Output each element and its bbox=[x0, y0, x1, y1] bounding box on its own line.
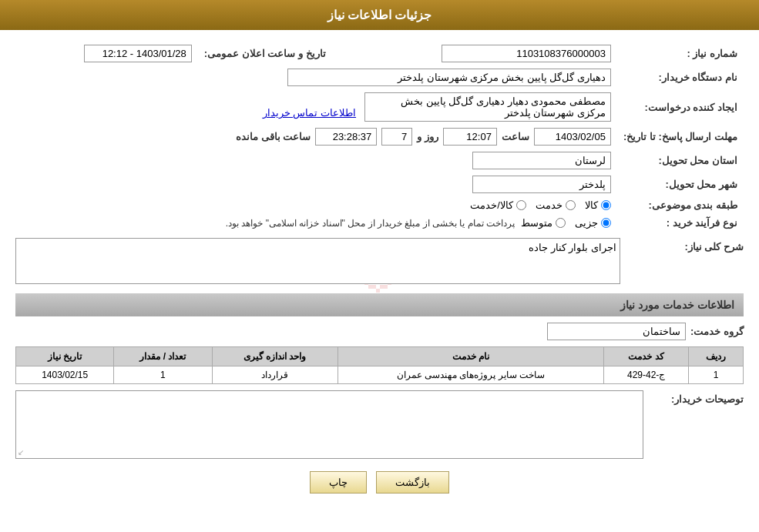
col-code: کد خدمت bbox=[604, 347, 689, 366]
creator-value: مصطفی محمودی دهیار دهیاری گل‌گل پایین بخ… bbox=[364, 92, 611, 122]
date-value-cell: 1403/01/28 - 12:12 bbox=[15, 42, 198, 65]
subject-both-radio[interactable] bbox=[516, 200, 526, 210]
print-button[interactable]: چاپ bbox=[310, 471, 367, 494]
cell-1: ج-42-429 bbox=[604, 366, 689, 384]
process-motavasset-radio[interactable] bbox=[556, 218, 566, 228]
delivery-city-label: شهر محل تحویل: bbox=[617, 172, 744, 196]
delivery-province-value: لرستان bbox=[472, 152, 611, 169]
button-group: بازگشت چاپ bbox=[15, 471, 744, 494]
col-qty: تعداد / مقدار bbox=[114, 347, 212, 366]
date-value: 1403/01/28 - 12:12 bbox=[84, 45, 192, 62]
subject-label: طبقه بندی موضوعی: bbox=[617, 196, 744, 214]
top-info-table: شماره نیاز : 1103108376000003 تاریخ و سا… bbox=[15, 42, 744, 232]
buyer-station-label: نام دستگاه خریدار: bbox=[617, 65, 744, 89]
delivery-city-value-cell: پلدختر bbox=[15, 172, 617, 196]
date-label: تاریخ و ساعت اعلان عمومی: bbox=[198, 42, 341, 65]
need-number-label: شماره نیاز : bbox=[617, 42, 744, 65]
services-section-header: اطلاعات خدمات مورد نیاز bbox=[15, 293, 744, 316]
process-jozii-radio[interactable] bbox=[601, 218, 611, 228]
cell-3: قرارداد bbox=[212, 366, 338, 384]
response-time-label: ساعت bbox=[502, 131, 529, 142]
cell-0: 1 bbox=[688, 366, 743, 384]
creator-value-cell: مصطفی محمودی دهیار دهیاری گل‌گل پایین بخ… bbox=[15, 89, 617, 125]
subject-both-option[interactable]: کالا/خدمت bbox=[470, 199, 526, 211]
response-day-label: روز و bbox=[417, 131, 438, 142]
subject-khedmat-label: خدمت bbox=[536, 199, 563, 211]
subject-both-label: کالا/خدمت bbox=[470, 199, 513, 211]
need-description-label: شرح کلی نیاز: bbox=[628, 238, 744, 253]
response-deadline-label: مهلت ارسال پاسخ: تا تاریخ: bbox=[617, 125, 744, 149]
remaining-label: ساعت باقی مانده bbox=[236, 131, 311, 142]
delivery-province-value-cell: لرستان bbox=[15, 149, 617, 172]
need-description-box: اجرای بلوار کنار جاده bbox=[15, 238, 620, 284]
delivery-province-label: استان محل تحویل: bbox=[617, 149, 744, 172]
subject-kala-radio[interactable] bbox=[601, 200, 611, 210]
subject-kala-label: کالا bbox=[585, 199, 598, 211]
subject-kala-option[interactable]: کالا bbox=[585, 199, 611, 211]
services-table: ردیف کد خدمت نام خدمت واحد اندازه گیری ت… bbox=[15, 346, 744, 384]
creator-label: ایجاد کننده درخواست: bbox=[617, 89, 744, 125]
subject-khedmat-radio[interactable] bbox=[566, 200, 576, 210]
buyer-desc-textarea[interactable] bbox=[19, 394, 640, 453]
need-number-value-cell: 1103108376000003 bbox=[341, 42, 617, 65]
cell-4: 1 bbox=[114, 366, 212, 384]
process-motavasset-label: متوسط bbox=[521, 217, 552, 229]
remaining-time: 23:28:37 bbox=[315, 128, 377, 146]
page-title: جزئیات اطلاعات نیاز bbox=[327, 8, 432, 22]
service-group-value: ساختمان bbox=[547, 323, 686, 340]
cell-5: 1403/02/15 bbox=[16, 366, 114, 384]
process-motavasset-option[interactable]: متوسط bbox=[521, 217, 566, 229]
response-deadline-row: 1403/02/05 ساعت 12:07 روز و 7 23:28:37 س… bbox=[15, 125, 617, 149]
process-jozii-option[interactable]: جزیی bbox=[575, 217, 611, 229]
page-header: جزئیات اطلاعات نیاز bbox=[0, 0, 759, 30]
process-label: نوع فرآیند خرید : bbox=[617, 214, 744, 232]
service-group-label: گروه خدمت: bbox=[690, 326, 744, 337]
delivery-city-value: پلدختر bbox=[472, 176, 611, 193]
process-jozii-label: جزیی bbox=[575, 217, 598, 229]
col-unit: واحد اندازه گیری bbox=[212, 347, 338, 366]
need-description-value: اجرای بلوار کنار جاده bbox=[529, 242, 616, 253]
buyer-station-value: دهیاری گل‌گل پایین بخش مرکزی شهرستان پلد… bbox=[287, 69, 611, 86]
subject-options-cell: کالا خدمت کالا/خدمت bbox=[15, 196, 617, 214]
response-time: 12:07 bbox=[443, 128, 497, 146]
main-content: 🛡 شماره نیاز : 1103108376000003 تاریخ و … bbox=[0, 30, 759, 513]
col-rownum: ردیف bbox=[688, 347, 743, 366]
col-name: نام خدمت bbox=[338, 347, 604, 366]
content-area: شماره نیاز : 1103108376000003 تاریخ و سا… bbox=[15, 42, 744, 494]
response-date: 1403/02/05 bbox=[534, 128, 611, 146]
buyer-desc-label: توصیحات خریدار: bbox=[651, 390, 744, 405]
process-options-cell: جزیی متوسط پرداخت تمام یا بخشی از مبلغ خ… bbox=[15, 214, 617, 232]
table-row: 1ج-42-429ساخت سایر پروژه‌های مهندسی عمرا… bbox=[16, 366, 744, 384]
service-group-row: گروه خدمت: ساختمان bbox=[15, 323, 744, 340]
cell-2: ساخت سایر پروژه‌های مهندسی عمران bbox=[338, 366, 604, 384]
col-date: تاریخ نیاز bbox=[16, 347, 114, 366]
page-wrapper: جزئیات اطلاعات نیاز 🛡 شماره نیاز : 11031… bbox=[0, 0, 759, 532]
buyer-station-value-cell: دهیاری گل‌گل پایین بخش مرکزی شهرستان پلد… bbox=[15, 65, 617, 89]
back-button[interactable]: بازگشت bbox=[376, 471, 449, 494]
response-day: 7 bbox=[381, 128, 412, 146]
process-notice: پرداخت تمام یا بخشی از مبلغ خریدار از مح… bbox=[226, 218, 515, 229]
subject-khedmat-option[interactable]: خدمت bbox=[536, 199, 576, 211]
contact-link[interactable]: اطلاعات تماس خریدار bbox=[263, 107, 356, 119]
need-number-value: 1103108376000003 bbox=[442, 45, 611, 62]
